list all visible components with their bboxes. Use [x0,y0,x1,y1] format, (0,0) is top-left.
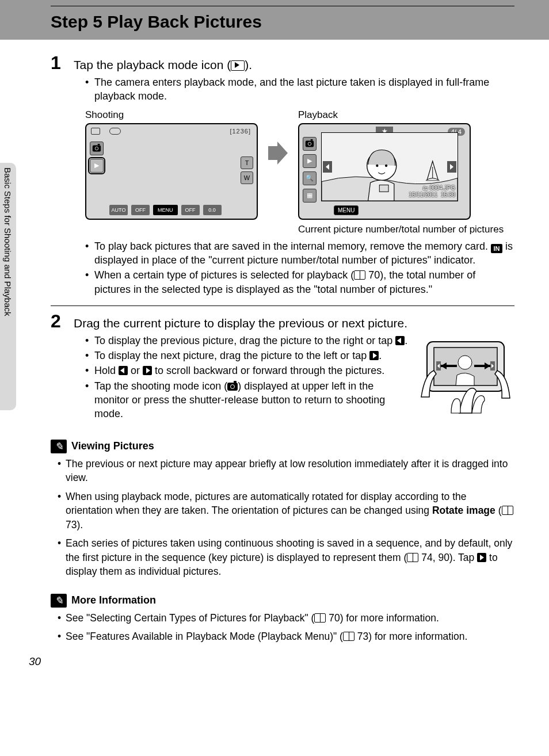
shooting-screenshot: [1236] ▶ T W AUTO OFF MENU OFF 0.0 [85,123,258,220]
step2-bullet-4: Tap the shooting mode icon () displayed … [85,379,514,421]
side-tab: Basic Steps for Shooting and Playback [0,163,16,410]
header-band: Step 5 Play Back Pictures [0,0,549,40]
camera-mode-icon-2 [303,137,317,151]
screenshots-row: Shooting [1236] ▶ T W AUTO OFF [85,107,514,236]
timer-off-badge: OFF [131,205,150,215]
shooting-top-icons [91,128,121,135]
section-divider [51,306,514,306]
playback-caption: Current picture number/total number of p… [298,223,504,236]
camera-mode-icon [90,142,104,155]
playback-menu-badge: MENU [334,205,359,215]
playback-meta: 🗂 0004.JPG 15/11/2011 15:30 [409,185,455,198]
step1-bullet-3: When a certain type of pictures is selec… [85,268,514,296]
more-bullet-2: See "Features Available in Playback Mode… [58,629,514,644]
step-number-2: 2 [51,312,74,330]
rotate-image-bold: Rotate image [432,505,495,516]
battery-icon [91,128,100,135]
step-number: 1 [51,54,74,72]
page-ref-icon-2 [502,506,513,515]
zoom-icon: 🔍 [303,171,317,185]
shooting-label: Shooting [85,109,258,121]
playback-label: Playback [298,109,504,121]
menu-badge: MENU [153,205,178,215]
shooting-counter: [1236] [230,128,251,135]
content: Basic Steps for Shooting and Playback 1 … [51,54,514,644]
playback-mode-icon-2: ▶ [303,154,317,168]
zoom-tele: T [241,156,253,169]
note-pencil-icon: ✎ [51,440,67,453]
page-ref-icon-3 [407,553,418,562]
page-ref-icon [354,270,365,280]
flash-auto-badge: AUTO [109,205,128,215]
page-ref-icon-4 [314,613,326,623]
view-bullet-2: When using playback mode, pictures are a… [58,490,514,532]
svg-marker-0 [268,142,288,165]
more-info-bullets: See "Selecting Certain Types of Pictures… [58,611,514,644]
more-bullet-1: See "Selecting Certain Types of Pictures… [58,611,514,625]
playback-image-area: 🗂 0004.JPG 15/11/2011 15:30 [321,132,458,201]
playback-screenshot: ▶ 🔍 ▦ ★ 4/ 4 [298,123,471,220]
step1-heading-a: Tap the playback mode icon ( [74,58,231,71]
step1-bullet-2: To play back pictures that are saved in … [85,239,514,268]
step2-bullet-2: To display the next picture, drag the pi… [85,349,514,362]
ev-badge: 0.0 [203,205,222,215]
playback-mode-icon [231,60,245,71]
view-bullet-3: Each series of pictures taken using cont… [58,536,514,579]
more-info-title: More Information [71,594,156,606]
step2-bullets: To display the previous picture, drag th… [85,334,514,421]
left-arrow-icon [395,336,405,345]
step1-bullets-bottom: To play back pictures that are saved in … [85,239,514,296]
internal-memory-icon: IN [491,244,502,253]
page-number: 30 [29,655,549,668]
view-bullet-1: The previous or next picture may appear … [58,457,514,485]
svg-point-6 [385,164,387,166]
playback-mode-button: ▶ [90,159,104,173]
left-arrow-icon-2 [119,366,128,375]
page-ref-icon-5 [343,632,354,641]
macro-off-badge: OFF [181,205,200,215]
step-1-heading: 1 Tap the playback mode icon (). [51,54,514,72]
prev-picture-arrow [323,161,332,173]
zoom-controls: T W [241,156,253,184]
right-arrow-icon [369,351,379,360]
note-pencil-icon-2: ✎ [51,594,67,608]
arrow-icon [268,142,288,165]
step-2-text: Drag the current picture to display the … [74,315,407,330]
playback-side-icons: ▶ 🔍 ▦ [303,137,317,203]
step1-bullets-top: The camera enters playback mode, and the… [85,75,514,104]
step-2-heading: 2 Drag the current picture to display th… [51,312,514,330]
shooting-mode-icon [227,383,238,391]
svg-rect-7 [379,185,388,192]
sequence-play-icon [477,553,486,562]
thumbnail-icon: ▦ [303,189,317,203]
viewing-pictures-bullets: The previous or next picture may appear … [58,457,514,579]
step1-bullet-1: The camera enters playback mode, and the… [85,75,514,104]
zoom-wide: W [241,171,253,184]
step2-bullet-1: To display the previous picture, drag th… [85,334,514,348]
viewing-pictures-title: Viewing Pictures [71,440,154,452]
shooting-side-icons: ▶ [90,142,104,173]
viewing-pictures-heading: ✎ Viewing Pictures [51,440,514,453]
shooting-bottom-bar: AUTO OFF MENU OFF 0.0 [109,205,252,215]
next-picture-arrow [447,161,456,173]
playback-datetime: 15/11/2011 15:30 [409,192,455,198]
playback-filename: 🗂 0004.JPG [409,185,455,192]
step-1-text: Tap the playback mode icon (). [74,57,252,72]
svg-point-5 [376,164,378,166]
more-info-heading: ✎ More Information [51,594,514,608]
page-title: Step 5 Play Back Pictures [51,12,514,32]
right-arrow-icon-2 [143,366,152,375]
step2-bullet-3: Hold or to scroll backward or forward th… [85,364,514,377]
step1-heading-b: ). [245,58,252,71]
af-area-icon [109,128,121,135]
side-tab-label: Basic Steps for Shooting and Playback [3,167,13,316]
